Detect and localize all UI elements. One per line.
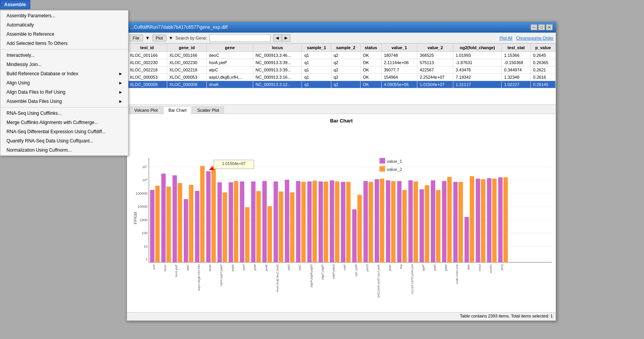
bar-value2-25[interactable]	[436, 190, 441, 262]
menu-item-assembly-parameters[interactable]: Assembly Parameters...	[0, 11, 128, 20]
bar-value2-18[interactable]	[357, 195, 362, 262]
prev-nav-button[interactable]: ◀	[273, 34, 282, 42]
table-row[interactable]: XLOC_002230XLOC_002230hsrA,yiePNC_000913…	[127, 59, 556, 66]
bar-value2-26[interactable]	[447, 177, 452, 262]
bar-value2-20[interactable]	[380, 179, 384, 262]
file-menu-button[interactable]: File	[129, 35, 143, 41]
bar-value1-31[interactable]	[498, 177, 503, 262]
bar-value1-27[interactable]	[453, 182, 458, 263]
bar-value2-30[interactable]	[492, 179, 497, 262]
bar-value2-5[interactable]	[211, 166, 216, 262]
table-row[interactable]: XLOC_000008XLOC_000008dnaKNC_000913.3:12…	[127, 81, 556, 88]
bar-value1-6[interactable]	[217, 182, 222, 262]
bar-value1-3[interactable]	[184, 199, 188, 263]
menu-item-add-selected[interactable]: Add Selected Items To Others	[0, 39, 128, 48]
bar-value1-25[interactable]	[431, 180, 435, 262]
bar-value2-16[interactable]	[335, 181, 339, 262]
bar-value1-9[interactable]	[251, 182, 256, 263]
menu-item-quantify-rnaseq[interactable]: Quantify RNA-Seq Data Using Cuffquant...	[0, 136, 128, 146]
menu-item-automatically[interactable]: Automatically	[0, 20, 128, 30]
bar-value2-14[interactable]	[313, 181, 317, 263]
col-header-locus[interactable]: locus	[253, 44, 302, 52]
bar-value1-29[interactable]	[476, 179, 480, 262]
bar-value2-6[interactable]	[222, 192, 227, 262]
bar-value1-15[interactable]	[318, 182, 323, 263]
bar-value1-10[interactable]	[262, 181, 267, 263]
bar-value2-3[interactable]	[189, 185, 194, 263]
bar-value1-20[interactable]	[375, 179, 379, 263]
chart-tab-scatter-plot[interactable]: Scatter Plot	[192, 106, 224, 114]
bar-value2-23[interactable]	[413, 182, 418, 263]
bar-value1-18[interactable]	[352, 209, 357, 262]
bar-value2-0[interactable]	[155, 186, 160, 262]
bar-value1-19[interactable]	[364, 181, 368, 263]
bar-value2-29[interactable]	[481, 179, 486, 263]
bar-value2-12[interactable]	[290, 192, 295, 262]
col-header-gene[interactable]: gene	[207, 44, 253, 52]
menu-item-build-reference[interactable]: Build Reference Database or Index▶	[0, 69, 128, 78]
close-button[interactable]: ✕	[546, 24, 553, 30]
bar-value1-22[interactable]	[397, 181, 402, 263]
menu-item-mindlessly-join[interactable]: Mindlessly Join...	[0, 60, 128, 69]
bar-value1-7[interactable]	[229, 182, 233, 262]
bar-value2-1[interactable]	[166, 187, 171, 262]
col-header-value-2[interactable]: value_2	[417, 44, 453, 52]
bar-value2-2[interactable]	[178, 183, 182, 263]
bar-value2-22[interactable]	[402, 190, 407, 262]
bar-value1-21[interactable]	[386, 180, 390, 262]
bar-value1-12[interactable]	[285, 180, 290, 262]
col-header-value-1[interactable]: value_1	[381, 44, 417, 52]
bar-value2-11[interactable]	[279, 192, 283, 263]
bar-value1-0[interactable]	[150, 190, 155, 262]
table-row[interactable]: XLOC_001166XLOC_001166deoCNC_000913.3:46…	[127, 52, 556, 59]
bar-value1-13[interactable]	[296, 181, 301, 263]
bar-value1-14[interactable]	[307, 182, 312, 263]
menu-item-interactively[interactable]: Interactively...	[0, 51, 128, 60]
bar-value1-30[interactable]	[487, 178, 492, 262]
bar-value2-21[interactable]	[391, 181, 396, 263]
bar-value1-17[interactable]	[341, 182, 346, 263]
menu-item-rnaseq-diffdiff[interactable]: RNA-Seq Differential Expression Using Cu…	[0, 127, 128, 136]
menu-item-rnaseq-cufflinks[interactable]: RNA-Seq Using Cufflinks...	[0, 109, 128, 118]
bar-value2-10[interactable]	[268, 206, 272, 262]
bar-value2-8[interactable]	[245, 207, 250, 262]
menu-item-align-using[interactable]: Align Using▶	[0, 78, 128, 88]
bar-value2-28[interactable]	[470, 176, 474, 262]
bar-value1-4[interactable]	[195, 191, 199, 262]
bar-value1-2[interactable]	[173, 175, 177, 263]
bar-value1-8[interactable]	[240, 182, 244, 263]
search-input[interactable]	[209, 34, 271, 42]
bar-value2-19[interactable]	[369, 182, 373, 263]
table-row[interactable]: XLOC_002218XLOC_002218atpCNC_000913.3:39…	[127, 66, 556, 74]
col-header-status[interactable]: status	[360, 44, 381, 52]
assemble-menu-button[interactable]: Assemble	[0, 0, 30, 9]
next-nav-button[interactable]: ▶	[282, 34, 290, 42]
col-header-og2-fold-change-[interactable]: og2(fold_change)	[453, 44, 501, 52]
bar-value1-16[interactable]	[330, 180, 334, 262]
bar-value2-7[interactable]	[234, 181, 239, 263]
col-header-p-value[interactable]: p_value	[530, 44, 555, 52]
bar-value1-26[interactable]	[442, 181, 446, 263]
chart-tab-volcano-plot[interactable]: Volcano Plot	[129, 106, 163, 114]
menu-item-align-data-files[interactable]: Align Data Files to Ref Using▶	[0, 88, 128, 97]
bar-value2-4[interactable]	[200, 166, 205, 262]
minimize-button[interactable]: ─	[530, 24, 537, 30]
menu-item-normalization[interactable]: Normalization Using Cuffnorm...	[0, 146, 128, 155]
table-row[interactable]: XLOC_000053XLOC_000053aspU,dkgB,rrfH,...…	[127, 74, 556, 81]
menu-item-assemble-to-reference[interactable]: Assemble to Reference	[0, 30, 128, 39]
bar-value2-13[interactable]	[301, 182, 306, 263]
col-header-test-id[interactable]: test_id	[127, 44, 167, 52]
col-header-sample-2[interactable]: sample_2	[331, 44, 360, 52]
plot-menu-button[interactable]: Plot	[152, 35, 166, 41]
bar-value1-23[interactable]	[408, 180, 413, 262]
bar-value1-5[interactable]	[206, 171, 211, 262]
bar-value2-17[interactable]	[346, 182, 351, 263]
bar-value1-11[interactable]	[273, 182, 278, 263]
bar-value2-24[interactable]	[425, 185, 430, 262]
bar-value1-24[interactable]	[420, 189, 424, 262]
col-header-sample-1[interactable]: sample_1	[302, 44, 331, 52]
bar-value2-27[interactable]	[458, 182, 463, 263]
maximize-button[interactable]: □	[538, 24, 545, 30]
chromosome-order-button[interactable]: Chromosome Order	[516, 36, 553, 40]
bar-value2-15[interactable]	[324, 182, 328, 263]
